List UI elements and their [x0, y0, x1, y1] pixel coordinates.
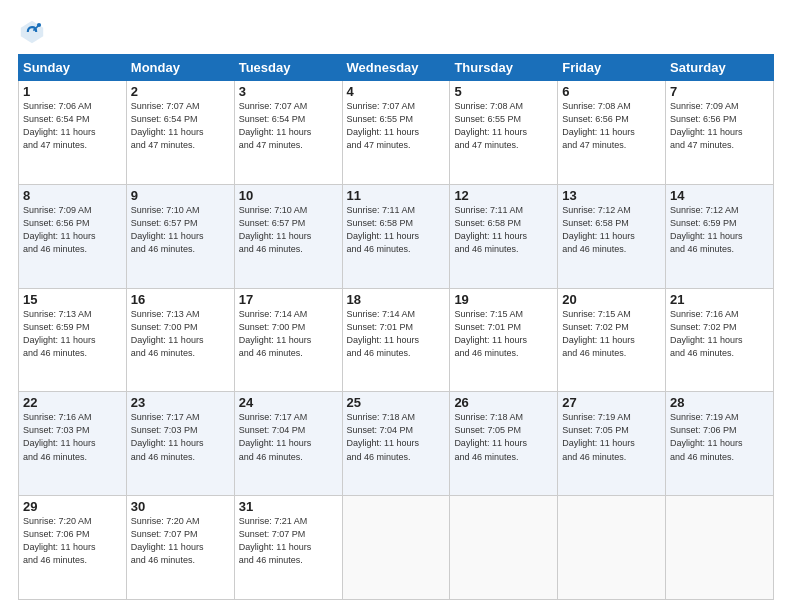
header-day-monday: Monday [126, 55, 234, 81]
logo-icon [18, 18, 46, 46]
calendar-cell: 10Sunrise: 7:10 AM Sunset: 6:57 PM Dayli… [234, 184, 342, 288]
day-info: Sunrise: 7:14 AM Sunset: 7:00 PM Dayligh… [239, 308, 338, 360]
svg-point-1 [37, 23, 41, 27]
calendar-cell: 14Sunrise: 7:12 AM Sunset: 6:59 PM Dayli… [666, 184, 774, 288]
day-info: Sunrise: 7:11 AM Sunset: 6:58 PM Dayligh… [454, 204, 553, 256]
calendar-cell [558, 496, 666, 600]
day-info: Sunrise: 7:15 AM Sunset: 7:02 PM Dayligh… [562, 308, 661, 360]
calendar-cell: 20Sunrise: 7:15 AM Sunset: 7:02 PM Dayli… [558, 288, 666, 392]
day-info: Sunrise: 7:10 AM Sunset: 6:57 PM Dayligh… [239, 204, 338, 256]
header-day-friday: Friday [558, 55, 666, 81]
day-number: 16 [131, 292, 230, 307]
calendar-cell: 6Sunrise: 7:08 AM Sunset: 6:56 PM Daylig… [558, 81, 666, 185]
day-number: 8 [23, 188, 122, 203]
calendar-table: SundayMondayTuesdayWednesdayThursdayFrid… [18, 54, 774, 600]
calendar-cell [666, 496, 774, 600]
calendar-cell: 30Sunrise: 7:20 AM Sunset: 7:07 PM Dayli… [126, 496, 234, 600]
calendar-cell: 2Sunrise: 7:07 AM Sunset: 6:54 PM Daylig… [126, 81, 234, 185]
header-row: SundayMondayTuesdayWednesdayThursdayFrid… [19, 55, 774, 81]
calendar-cell: 11Sunrise: 7:11 AM Sunset: 6:58 PM Dayli… [342, 184, 450, 288]
day-number: 31 [239, 499, 338, 514]
day-info: Sunrise: 7:13 AM Sunset: 7:00 PM Dayligh… [131, 308, 230, 360]
calendar-cell: 25Sunrise: 7:18 AM Sunset: 7:04 PM Dayli… [342, 392, 450, 496]
day-number: 20 [562, 292, 661, 307]
header [18, 18, 774, 46]
day-info: Sunrise: 7:11 AM Sunset: 6:58 PM Dayligh… [347, 204, 446, 256]
day-number: 5 [454, 84, 553, 99]
day-number: 17 [239, 292, 338, 307]
day-info: Sunrise: 7:16 AM Sunset: 7:02 PM Dayligh… [670, 308, 769, 360]
calendar-cell: 8Sunrise: 7:09 AM Sunset: 6:56 PM Daylig… [19, 184, 127, 288]
day-number: 12 [454, 188, 553, 203]
day-info: Sunrise: 7:08 AM Sunset: 6:56 PM Dayligh… [562, 100, 661, 152]
calendar-cell: 17Sunrise: 7:14 AM Sunset: 7:00 PM Dayli… [234, 288, 342, 392]
calendar-cell: 1Sunrise: 7:06 AM Sunset: 6:54 PM Daylig… [19, 81, 127, 185]
calendar-cell [342, 496, 450, 600]
calendar-cell [450, 496, 558, 600]
calendar-cell: 5Sunrise: 7:08 AM Sunset: 6:55 PM Daylig… [450, 81, 558, 185]
calendar-cell: 3Sunrise: 7:07 AM Sunset: 6:54 PM Daylig… [234, 81, 342, 185]
day-number: 28 [670, 395, 769, 410]
day-number: 2 [131, 84, 230, 99]
day-info: Sunrise: 7:13 AM Sunset: 6:59 PM Dayligh… [23, 308, 122, 360]
calendar-cell: 28Sunrise: 7:19 AM Sunset: 7:06 PM Dayli… [666, 392, 774, 496]
day-number: 14 [670, 188, 769, 203]
day-number: 19 [454, 292, 553, 307]
day-info: Sunrise: 7:08 AM Sunset: 6:55 PM Dayligh… [454, 100, 553, 152]
day-info: Sunrise: 7:18 AM Sunset: 7:05 PM Dayligh… [454, 411, 553, 463]
calendar-cell: 31Sunrise: 7:21 AM Sunset: 7:07 PM Dayli… [234, 496, 342, 600]
day-number: 15 [23, 292, 122, 307]
day-number: 24 [239, 395, 338, 410]
day-number: 7 [670, 84, 769, 99]
calendar-week-2: 8Sunrise: 7:09 AM Sunset: 6:56 PM Daylig… [19, 184, 774, 288]
day-number: 30 [131, 499, 230, 514]
calendar-week-5: 29Sunrise: 7:20 AM Sunset: 7:06 PM Dayli… [19, 496, 774, 600]
calendar-week-3: 15Sunrise: 7:13 AM Sunset: 6:59 PM Dayli… [19, 288, 774, 392]
header-day-tuesday: Tuesday [234, 55, 342, 81]
day-info: Sunrise: 7:15 AM Sunset: 7:01 PM Dayligh… [454, 308, 553, 360]
day-number: 21 [670, 292, 769, 307]
header-day-sunday: Sunday [19, 55, 127, 81]
calendar-cell: 18Sunrise: 7:14 AM Sunset: 7:01 PM Dayli… [342, 288, 450, 392]
day-number: 27 [562, 395, 661, 410]
day-number: 29 [23, 499, 122, 514]
calendar-cell: 4Sunrise: 7:07 AM Sunset: 6:55 PM Daylig… [342, 81, 450, 185]
calendar-cell: 15Sunrise: 7:13 AM Sunset: 6:59 PM Dayli… [19, 288, 127, 392]
day-number: 10 [239, 188, 338, 203]
day-info: Sunrise: 7:09 AM Sunset: 6:56 PM Dayligh… [23, 204, 122, 256]
day-info: Sunrise: 7:19 AM Sunset: 7:06 PM Dayligh… [670, 411, 769, 463]
day-info: Sunrise: 7:21 AM Sunset: 7:07 PM Dayligh… [239, 515, 338, 567]
calendar-cell: 19Sunrise: 7:15 AM Sunset: 7:01 PM Dayli… [450, 288, 558, 392]
calendar-week-4: 22Sunrise: 7:16 AM Sunset: 7:03 PM Dayli… [19, 392, 774, 496]
day-number: 11 [347, 188, 446, 203]
calendar-cell: 21Sunrise: 7:16 AM Sunset: 7:02 PM Dayli… [666, 288, 774, 392]
header-day-saturday: Saturday [666, 55, 774, 81]
day-number: 22 [23, 395, 122, 410]
day-info: Sunrise: 7:18 AM Sunset: 7:04 PM Dayligh… [347, 411, 446, 463]
day-info: Sunrise: 7:16 AM Sunset: 7:03 PM Dayligh… [23, 411, 122, 463]
header-day-wednesday: Wednesday [342, 55, 450, 81]
calendar-body: 1Sunrise: 7:06 AM Sunset: 6:54 PM Daylig… [19, 81, 774, 600]
header-day-thursday: Thursday [450, 55, 558, 81]
day-info: Sunrise: 7:17 AM Sunset: 7:03 PM Dayligh… [131, 411, 230, 463]
calendar-cell: 24Sunrise: 7:17 AM Sunset: 7:04 PM Dayli… [234, 392, 342, 496]
day-info: Sunrise: 7:06 AM Sunset: 6:54 PM Dayligh… [23, 100, 122, 152]
calendar-cell: 22Sunrise: 7:16 AM Sunset: 7:03 PM Dayli… [19, 392, 127, 496]
day-info: Sunrise: 7:17 AM Sunset: 7:04 PM Dayligh… [239, 411, 338, 463]
calendar-cell: 26Sunrise: 7:18 AM Sunset: 7:05 PM Dayli… [450, 392, 558, 496]
day-info: Sunrise: 7:19 AM Sunset: 7:05 PM Dayligh… [562, 411, 661, 463]
calendar-cell: 13Sunrise: 7:12 AM Sunset: 6:58 PM Dayli… [558, 184, 666, 288]
calendar-cell: 23Sunrise: 7:17 AM Sunset: 7:03 PM Dayli… [126, 392, 234, 496]
day-info: Sunrise: 7:09 AM Sunset: 6:56 PM Dayligh… [670, 100, 769, 152]
day-number: 4 [347, 84, 446, 99]
day-number: 6 [562, 84, 661, 99]
day-number: 13 [562, 188, 661, 203]
calendar-cell: 9Sunrise: 7:10 AM Sunset: 6:57 PM Daylig… [126, 184, 234, 288]
day-number: 23 [131, 395, 230, 410]
day-info: Sunrise: 7:12 AM Sunset: 6:59 PM Dayligh… [670, 204, 769, 256]
calendar-cell: 29Sunrise: 7:20 AM Sunset: 7:06 PM Dayli… [19, 496, 127, 600]
calendar-week-1: 1Sunrise: 7:06 AM Sunset: 6:54 PM Daylig… [19, 81, 774, 185]
day-number: 18 [347, 292, 446, 307]
day-number: 3 [239, 84, 338, 99]
day-info: Sunrise: 7:20 AM Sunset: 7:07 PM Dayligh… [131, 515, 230, 567]
